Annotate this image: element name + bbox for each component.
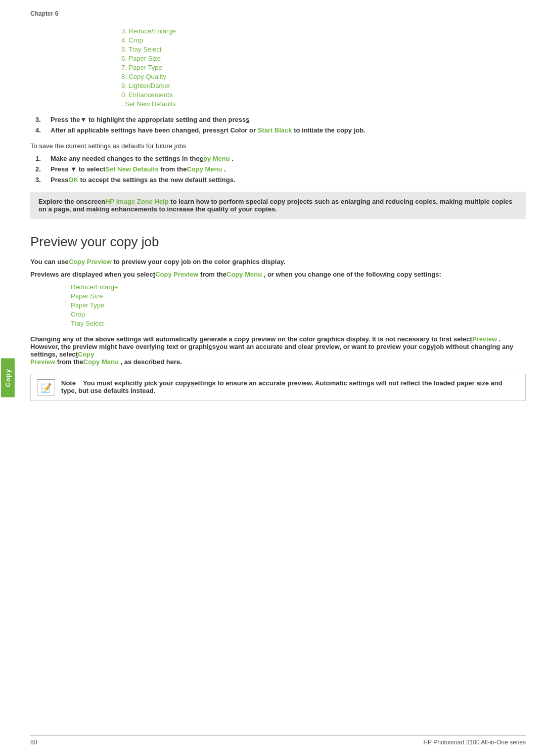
page-footer: 80 HP Photosmart 3100 All-in-One series	[30, 735, 526, 746]
step-3-num: 3.	[30, 116, 51, 123]
defaults-step-1-text: Make any needed changes to the settings …	[51, 155, 526, 162]
defaults-intro: To save the current settings as defaults…	[30, 142, 526, 150]
main-steps-list: 3. Press the▼ to highlight the appropria…	[30, 116, 526, 134]
list-item[interactable]: 9. Lighter/Darker	[121, 82, 526, 90]
preview-list-item: Crop	[71, 310, 526, 318]
list-item[interactable]: 8. Copy Quality	[121, 73, 526, 80]
defaults-step-2-num: 2.	[30, 165, 51, 173]
sidebar-tab-label: Copy	[1, 359, 15, 397]
step-4-text: After all applicable settings have been …	[51, 126, 526, 134]
list-item[interactable]: 3. Reduce/Enlarge	[121, 27, 526, 35]
list-item[interactable]: 0. Enhancements	[121, 91, 526, 99]
defaults-step-3: 3. PressOK to accept the settings as the…	[30, 176, 526, 184]
defaults-step-1: 1. Make any needed changes to the settin…	[30, 155, 526, 162]
page-number: 80	[30, 739, 37, 746]
note-content: Note You must explicitly pick your copys…	[61, 379, 519, 394]
list-item[interactable]: . Set New Defaults	[121, 100, 526, 108]
preview-list-item: Paper Size	[71, 292, 526, 300]
preview-settings-list: Reduce/Enlarge Paper Size Paper Type Cro…	[30, 283, 526, 327]
note-label: Note You must explicitly pick your copys…	[61, 379, 503, 394]
list-item[interactable]: 7. Paper Type	[121, 64, 526, 71]
note-with-icon: 📝 Note You must explicitly pick your cop…	[30, 374, 526, 401]
defaults-step-2-text: Press ▼ to selectSet New Defaults from t…	[51, 165, 526, 173]
defaults-steps-list: 1. Make any needed changes to the settin…	[30, 155, 526, 184]
list-item[interactable]: 5. Tray Select	[121, 46, 526, 53]
preview-list-item: Paper Type	[71, 301, 526, 309]
product-name: HP Photosmart 3100 All-in-One series	[423, 739, 526, 746]
step-3-text: Press the▼ to highlight the appropriate …	[51, 116, 526, 123]
defaults-step-3-num: 3.	[30, 176, 51, 184]
preview-list-item: Reduce/Enlarge	[71, 283, 526, 291]
menu-items-list: 3. Reduce/Enlarge 4. Crop 5. Tray Select…	[30, 27, 526, 108]
section-heading: Preview your copy job	[30, 234, 526, 250]
preview-para-2: Previews are displayed when you selectCo…	[30, 271, 526, 278]
explore-note-text: Explore the onscreenHP Image Zone Help t…	[38, 198, 518, 213]
page-container: Copy Chapter 6 3. Reduce/Enlarge 4. Crop…	[0, 0, 546, 756]
sidebar-tab: Copy	[0, 0, 15, 756]
step-4-num: 4.	[30, 126, 51, 134]
preview-para-1: You can useCopy Preview to preview your …	[30, 258, 526, 265]
preview-para-3: Changing any of the above settings will …	[30, 335, 526, 366]
explore-note-box: Explore the onscreenHP Image Zone Help t…	[30, 192, 526, 219]
step-3: 3. Press the▼ to highlight the appropria…	[30, 116, 526, 123]
preview-list-item: Tray Select	[71, 320, 526, 327]
chapter-heading: Chapter 6	[30, 10, 526, 17]
list-item[interactable]: 4. Crop	[121, 36, 526, 44]
step-4: 4. After all applicable settings have be…	[30, 126, 526, 134]
note-icon: 📝	[37, 379, 55, 395]
list-item[interactable]: 6. Paper Size	[121, 55, 526, 62]
defaults-step-1-num: 1.	[30, 155, 51, 162]
main-content: Chapter 6 3. Reduce/Enlarge 4. Crop 5. T…	[30, 10, 526, 756]
defaults-step-3-text: PressOK to accept the settings as the ne…	[51, 176, 526, 184]
defaults-step-2: 2. Press ▼ to selectSet New Defaults fro…	[30, 165, 526, 173]
